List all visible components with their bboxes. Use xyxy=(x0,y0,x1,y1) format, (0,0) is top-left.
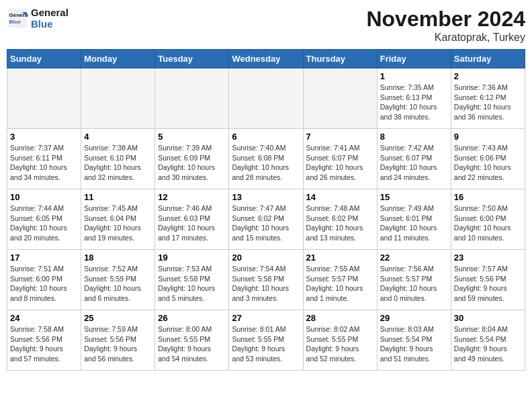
logo-icon: General Blue xyxy=(7,7,28,29)
calendar-cell: 14Sunrise: 7:48 AMSunset: 6:02 PMDayligh… xyxy=(303,189,377,250)
calendar-cell xyxy=(303,68,377,129)
day-info: Sunrise: 7:38 AMSunset: 6:10 PMDaylight:… xyxy=(84,143,152,183)
calendar-week-row: 3Sunrise: 7:37 AMSunset: 6:11 PMDaylight… xyxy=(7,129,525,189)
day-info: Sunrise: 7:48 AMSunset: 6:02 PMDaylight:… xyxy=(306,203,374,243)
day-number: 20 xyxy=(232,253,300,263)
calendar-week-row: 10Sunrise: 7:44 AMSunset: 6:05 PMDayligh… xyxy=(7,189,525,250)
calendar-cell: 1Sunrise: 7:35 AMSunset: 6:13 PMDaylight… xyxy=(377,68,451,129)
day-number: 27 xyxy=(232,313,300,323)
day-info: Sunrise: 7:47 AMSunset: 6:02 PMDaylight:… xyxy=(232,203,300,243)
calendar-cell: 29Sunrise: 8:03 AMSunset: 5:54 PMDayligh… xyxy=(377,310,451,371)
calendar-week-row: 17Sunrise: 7:51 AMSunset: 6:00 PMDayligh… xyxy=(7,250,525,310)
day-number: 14 xyxy=(306,192,374,202)
day-info: Sunrise: 7:56 AMSunset: 5:57 PMDaylight:… xyxy=(380,264,448,304)
calendar-cell: 15Sunrise: 7:49 AMSunset: 6:01 PMDayligh… xyxy=(377,189,451,250)
day-info: Sunrise: 7:46 AMSunset: 6:03 PMDaylight:… xyxy=(158,203,226,243)
day-number: 30 xyxy=(454,313,522,323)
calendar-cell xyxy=(7,68,81,129)
day-number: 7 xyxy=(306,132,374,142)
day-number: 22 xyxy=(380,253,448,263)
calendar-table: SundayMondayTuesdayWednesdayThursdayFrid… xyxy=(7,49,525,371)
day-info: Sunrise: 7:54 AMSunset: 5:58 PMDaylight:… xyxy=(232,264,300,304)
calendar-cell: 28Sunrise: 8:02 AMSunset: 5:55 PMDayligh… xyxy=(303,310,377,371)
calendar-cell: 25Sunrise: 7:59 AMSunset: 5:56 PMDayligh… xyxy=(81,310,155,371)
day-info: Sunrise: 7:58 AMSunset: 5:56 PMDaylight:… xyxy=(10,324,78,364)
day-number: 28 xyxy=(306,313,374,323)
day-number: 23 xyxy=(454,253,522,263)
calendar-cell: 18Sunrise: 7:52 AMSunset: 5:59 PMDayligh… xyxy=(81,250,155,310)
day-number: 10 xyxy=(10,192,78,202)
day-info: Sunrise: 7:55 AMSunset: 5:57 PMDaylight:… xyxy=(306,264,374,304)
calendar-cell: 4Sunrise: 7:38 AMSunset: 6:10 PMDaylight… xyxy=(81,129,155,189)
day-info: Sunrise: 8:03 AMSunset: 5:54 PMDaylight:… xyxy=(380,324,448,364)
day-info: Sunrise: 7:53 AMSunset: 5:58 PMDaylight:… xyxy=(158,264,226,304)
calendar-cell: 19Sunrise: 7:53 AMSunset: 5:58 PMDayligh… xyxy=(155,250,229,310)
logo-blue: Blue xyxy=(31,18,69,30)
day-number: 6 xyxy=(232,132,300,142)
title-area: November 2024 Karatoprak, Turkey xyxy=(366,7,525,44)
day-info: Sunrise: 7:57 AMSunset: 5:56 PMDaylight:… xyxy=(454,264,522,304)
weekday-header: Monday xyxy=(81,50,155,68)
calendar-cell: 30Sunrise: 8:04 AMSunset: 5:54 PMDayligh… xyxy=(451,310,525,371)
weekday-header: Saturday xyxy=(451,50,525,68)
day-number: 15 xyxy=(380,192,448,202)
day-number: 11 xyxy=(84,192,152,202)
weekday-header: Wednesday xyxy=(229,50,303,68)
day-number: 3 xyxy=(10,132,78,142)
day-number: 5 xyxy=(158,132,226,142)
day-info: Sunrise: 7:37 AMSunset: 6:11 PMDaylight:… xyxy=(10,143,78,183)
day-number: 24 xyxy=(10,313,78,323)
day-number: 9 xyxy=(454,132,522,142)
calendar-cell: 5Sunrise: 7:39 AMSunset: 6:09 PMDaylight… xyxy=(155,129,229,189)
calendar-cell: 12Sunrise: 7:46 AMSunset: 6:03 PMDayligh… xyxy=(155,189,229,250)
calendar-cell: 17Sunrise: 7:51 AMSunset: 6:00 PMDayligh… xyxy=(7,250,81,310)
logo-general: General xyxy=(31,7,69,18)
calendar-cell xyxy=(229,68,303,129)
calendar-cell: 6Sunrise: 7:40 AMSunset: 6:08 PMDaylight… xyxy=(229,129,303,189)
day-number: 12 xyxy=(158,192,226,202)
calendar-cell: 7Sunrise: 7:41 AMSunset: 6:07 PMDaylight… xyxy=(303,129,377,189)
weekday-header: Friday xyxy=(377,50,451,68)
day-number: 29 xyxy=(380,313,448,323)
day-number: 8 xyxy=(380,132,448,142)
day-info: Sunrise: 7:35 AMSunset: 6:13 PMDaylight:… xyxy=(380,83,448,122)
day-info: Sunrise: 7:41 AMSunset: 6:07 PMDaylight:… xyxy=(306,143,374,183)
calendar-cell: 2Sunrise: 7:36 AMSunset: 6:12 PMDaylight… xyxy=(451,68,525,129)
month-title: November 2024 xyxy=(366,7,525,32)
day-info: Sunrise: 7:36 AMSunset: 6:12 PMDaylight:… xyxy=(454,83,522,122)
location: Karatoprak, Turkey xyxy=(366,32,525,44)
calendar-week-row: 1Sunrise: 7:35 AMSunset: 6:13 PMDaylight… xyxy=(7,68,525,129)
calendar-cell: 13Sunrise: 7:47 AMSunset: 6:02 PMDayligh… xyxy=(229,189,303,250)
calendar-cell: 26Sunrise: 8:00 AMSunset: 5:55 PMDayligh… xyxy=(155,310,229,371)
day-info: Sunrise: 8:00 AMSunset: 5:55 PMDaylight:… xyxy=(158,324,226,364)
calendar-cell: 9Sunrise: 7:43 AMSunset: 6:06 PMDaylight… xyxy=(451,129,525,189)
day-info: Sunrise: 7:42 AMSunset: 6:07 PMDaylight:… xyxy=(380,143,448,183)
day-info: Sunrise: 8:04 AMSunset: 5:54 PMDaylight:… xyxy=(454,324,522,364)
weekday-header: Sunday xyxy=(7,50,81,68)
day-info: Sunrise: 7:39 AMSunset: 6:09 PMDaylight:… xyxy=(158,143,226,183)
calendar-cell: 22Sunrise: 7:56 AMSunset: 5:57 PMDayligh… xyxy=(377,250,451,310)
calendar-cell: 16Sunrise: 7:50 AMSunset: 6:00 PMDayligh… xyxy=(451,189,525,250)
day-number: 19 xyxy=(158,253,226,263)
day-info: Sunrise: 7:44 AMSunset: 6:05 PMDaylight:… xyxy=(10,203,78,243)
day-info: Sunrise: 7:49 AMSunset: 6:01 PMDaylight:… xyxy=(380,203,448,243)
day-info: Sunrise: 7:43 AMSunset: 6:06 PMDaylight:… xyxy=(454,143,522,183)
calendar-cell: 23Sunrise: 7:57 AMSunset: 5:56 PMDayligh… xyxy=(451,250,525,310)
calendar-cell xyxy=(155,68,229,129)
weekday-header: Tuesday xyxy=(155,50,229,68)
day-number: 17 xyxy=(10,253,78,263)
calendar-cell: 3Sunrise: 7:37 AMSunset: 6:11 PMDaylight… xyxy=(7,129,81,189)
calendar-cell: 8Sunrise: 7:42 AMSunset: 6:07 PMDaylight… xyxy=(377,129,451,189)
day-info: Sunrise: 8:01 AMSunset: 5:55 PMDaylight:… xyxy=(232,324,300,364)
day-number: 4 xyxy=(84,132,152,142)
calendar-cell: 21Sunrise: 7:55 AMSunset: 5:57 PMDayligh… xyxy=(303,250,377,310)
weekday-header: Thursday xyxy=(303,50,377,68)
day-info: Sunrise: 7:59 AMSunset: 5:56 PMDaylight:… xyxy=(84,324,152,364)
day-info: Sunrise: 7:50 AMSunset: 6:00 PMDaylight:… xyxy=(454,203,522,243)
calendar-cell: 20Sunrise: 7:54 AMSunset: 5:58 PMDayligh… xyxy=(229,250,303,310)
calendar-cell: 27Sunrise: 8:01 AMSunset: 5:55 PMDayligh… xyxy=(229,310,303,371)
logo: General Blue General Blue xyxy=(7,7,69,30)
day-info: Sunrise: 7:51 AMSunset: 6:00 PMDaylight:… xyxy=(10,264,78,304)
day-number: 16 xyxy=(454,192,522,202)
day-number: 1 xyxy=(380,71,448,81)
